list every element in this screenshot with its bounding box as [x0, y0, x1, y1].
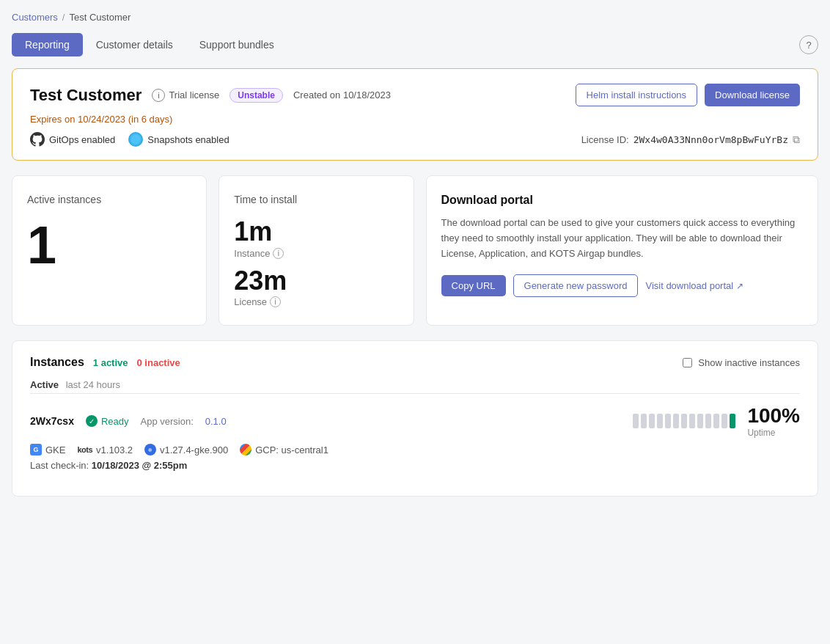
meta-gcp: GCP: us-central1: [240, 444, 328, 455]
instance-id: 2Wx7csx: [30, 415, 74, 427]
helm-instructions-button[interactable]: Helm install instructions: [576, 84, 698, 106]
generate-password-button[interactable]: Generate new password: [513, 274, 639, 297]
app-version-link[interactable]: 0.1.0: [205, 416, 227, 427]
uptime-bar-6: [673, 414, 679, 428]
customer-card-header: Test Customer i Trial license Unstable C…: [30, 84, 800, 106]
uptime-bar-8: [689, 414, 695, 428]
meta-kots: kots v1.103.2: [77, 444, 133, 455]
active-instances-title: Active instances: [27, 194, 191, 205]
checkin-row: Last check-in: 10/18/2023 @ 2:55pm: [30, 460, 800, 471]
tti-license-info-icon[interactable]: i: [270, 296, 281, 307]
checkin-value: 10/18/2023 @ 2:55pm: [92, 460, 187, 471]
uptime-bar-2: [641, 414, 647, 428]
license-id-value: 2Wx4w0A33Nnn0orVm8pBwFuYrBz: [633, 134, 788, 145]
breadcrumb-current: Test Customer: [69, 12, 131, 23]
active-instances-card: Active instances 1: [12, 175, 207, 326]
instances-section: Instances 1 active 0 inactive Show inact…: [12, 340, 818, 497]
instance-meta: G GKE kots v1.103.2 ⎈ v1.27.4-gke.900 GC…: [30, 444, 800, 455]
uptime-bar-9: [697, 414, 703, 428]
tabs: Reporting Customer details Support bundl…: [12, 33, 818, 56]
snapshots-icon: [128, 132, 143, 147]
uptime-section: 100% Uptime: [633, 404, 800, 438]
feature-badges: GitOps enabled Snapshots enabled: [30, 132, 229, 147]
copy-license-id-icon[interactable]: ⧉: [793, 133, 800, 146]
time-to-install-card: Time to install 1m Instance i 23m Licens…: [218, 175, 414, 326]
kots-version: v1.103.2: [96, 444, 133, 455]
instances-title: Instances: [30, 356, 84, 369]
tti-instance-value: 1m: [234, 217, 398, 246]
active-section-label: Active last 24 hours: [30, 379, 800, 390]
gcp-region: GCP: us-central1: [255, 444, 328, 455]
show-inactive-checkbox[interactable]: [683, 358, 692, 367]
kots-logo: kots: [77, 445, 92, 454]
visit-download-portal-button[interactable]: Visit download portal ↗: [645, 280, 743, 291]
tti-license-value: 23m: [234, 266, 398, 296]
tab-customer-details[interactable]: Customer details: [83, 33, 186, 56]
tti-license: 23m License i: [234, 266, 398, 308]
uptime-bar-12: [721, 414, 727, 428]
snapshots-label: Snapshots enabled: [147, 134, 229, 145]
customer-card-footer: GitOps enabled Snapshots enabled License…: [30, 132, 800, 147]
download-license-button[interactable]: Download license: [705, 84, 800, 106]
tti-instance: 1m Instance i: [234, 217, 398, 259]
gke-icon: G: [30, 444, 42, 455]
gke-label: GKE: [45, 444, 65, 455]
gitops-feature: GitOps enabled: [30, 132, 115, 147]
customer-name: Test Customer: [30, 86, 142, 105]
ready-icon: ✓: [86, 415, 98, 427]
license-type-label: Trial license: [169, 89, 219, 100]
trial-license-icon: i: [152, 89, 165, 102]
instance-top: 2Wx7csx ✓ Ready App version: 0.1.0: [30, 404, 800, 438]
customer-card: Test Customer i Trial license Unstable C…: [12, 68, 818, 161]
expires-warning: Expires on 10/24/2023 (in 6 days): [30, 114, 800, 125]
k8s-icon: ⎈: [144, 444, 156, 455]
active-instances-value: 1: [27, 219, 191, 271]
tab-reporting[interactable]: Reporting: [12, 33, 83, 56]
gitops-label: GitOps enabled: [49, 134, 115, 145]
uptime-bar-11: [713, 414, 719, 428]
uptime-value-section: 100% Uptime: [747, 404, 800, 438]
tti-instance-label: Instance i: [234, 248, 398, 259]
meta-gke: G GKE: [30, 444, 65, 455]
help-icon[interactable]: ?: [799, 35, 818, 54]
tti-license-label: License i: [234, 296, 398, 307]
uptime-bar-1: [633, 414, 639, 428]
tab-support-bundles[interactable]: Support bundles: [186, 33, 287, 56]
uptime-bar-7: [681, 414, 687, 428]
ready-label: Ready: [101, 416, 129, 427]
show-inactive-label: Show inactive instances: [698, 357, 800, 368]
snapshots-feature: Snapshots enabled: [128, 132, 229, 147]
uptime-percent: 100%: [747, 404, 800, 428]
uptime-bars: [633, 414, 735, 428]
app-version-label: App version:: [141, 416, 194, 427]
license-type: i Trial license: [152, 89, 219, 102]
license-id-label: License ID:: [581, 134, 629, 145]
download-portal-title: Download portal: [441, 194, 803, 207]
uptime-bar-5: [665, 414, 671, 428]
download-portal-card: Download portal The download portal can …: [426, 175, 818, 326]
time-to-install-title: Time to install: [234, 194, 398, 205]
license-id-section: License ID: 2Wx4w0A33Nnn0orVm8pBwFuYrBz …: [581, 133, 800, 146]
table-row: 2Wx7csx ✓ Ready App version: 0.1.0: [30, 393, 800, 481]
inactive-count-badge: 0 inactive: [137, 357, 180, 368]
active-count-badge[interactable]: 1 active: [93, 357, 128, 368]
tti-instance-info-icon[interactable]: i: [273, 248, 284, 259]
customers-link[interactable]: Customers: [12, 12, 58, 23]
uptime-bar-13: [730, 414, 735, 428]
gcp-icon: [240, 444, 251, 455]
k8s-version: v1.27.4-gke.900: [160, 444, 228, 455]
download-portal-desc: The download portal can be used to give …: [441, 216, 803, 261]
external-link-icon: ↗: [736, 281, 743, 291]
instances-header: Instances 1 active 0 inactive Show inact…: [30, 356, 800, 369]
github-icon: [30, 132, 45, 147]
metrics-row: Active instances 1 Time to install 1m In…: [12, 175, 818, 326]
copy-url-button[interactable]: Copy URL: [441, 275, 506, 296]
created-date: Created on 10/18/2023: [293, 89, 391, 100]
active-sublabel: last 24 hours: [66, 379, 120, 390]
ready-badge: ✓ Ready: [86, 415, 129, 427]
uptime-bar-3: [649, 414, 655, 428]
tti-group: 1m Instance i 23m License i: [234, 217, 398, 307]
uptime-bar-4: [657, 414, 663, 428]
uptime-label: Uptime: [747, 428, 800, 438]
uptime-bar-10: [705, 414, 711, 428]
